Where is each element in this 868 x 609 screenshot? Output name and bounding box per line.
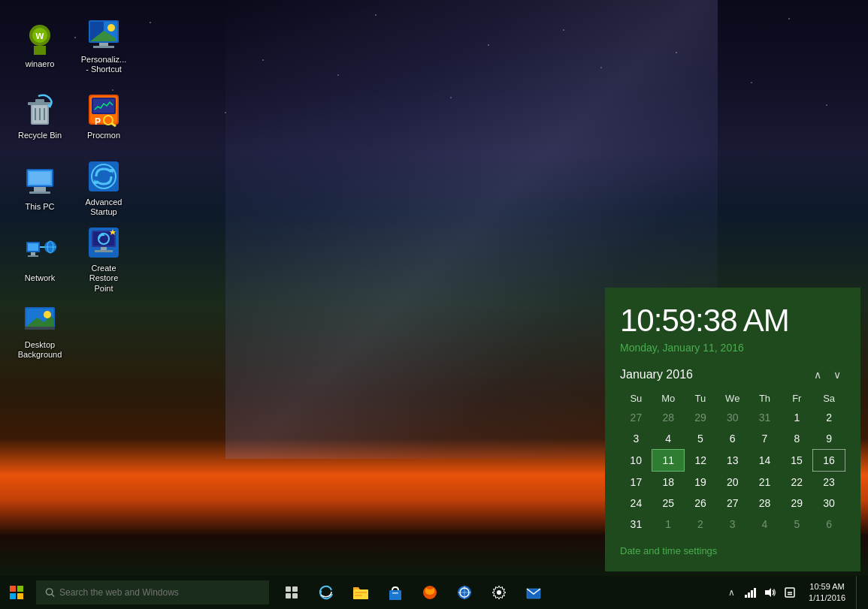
tray-volume[interactable] [762,576,779,609]
cal-day-today[interactable]: 11 [652,450,685,472]
icon-desktop-background[interactable]: Desktop Background [11,297,68,364]
date-time-settings-link[interactable]: Date and time settings [620,545,845,556]
taskbar-mail[interactable] [517,576,550,609]
tray-date: 1/11/2016 [809,592,845,604]
icon-personalization[interactable]: Personaliz... - Shortcut [75,11,132,79]
cal-day[interactable]: 18 [652,472,685,493]
calendar-next-button[interactable]: ∨ [829,367,845,382]
task-view-icon [285,586,298,599]
cal-day[interactable]: 10 [620,450,652,472]
cal-day[interactable]: 31 [749,407,781,428]
cal-day[interactable]: 27 [620,407,652,428]
cal-day[interactable]: 1 [781,407,813,428]
cal-day[interactable]: 17 [620,472,652,493]
cal-day[interactable]: 6 [813,514,845,535]
search-input[interactable] [59,587,260,598]
svg-point-72 [497,590,501,595]
day-header-th: Th [749,390,781,407]
svg-rect-38 [28,255,38,257]
start-button[interactable] [0,576,33,609]
calendar-header: January 2016 ∧ ∨ [620,367,845,382]
svg-rect-78 [754,588,756,598]
cal-day[interactable]: 28 [652,407,685,428]
taskbar-file-explorer[interactable] [344,576,377,609]
calendar-prev-button[interactable]: ∧ [809,367,826,382]
cal-day[interactable]: 2 [813,407,845,428]
taskbar-app1[interactable] [413,576,446,609]
search-bar[interactable] [36,580,269,604]
taskbar-store[interactable] [379,576,412,609]
cal-day[interactable]: 21 [749,472,781,493]
cal-day[interactable]: 29 [685,407,717,428]
system-tray: ∧ [717,576,868,609]
cal-day[interactable]: 7 [749,428,781,450]
cal-day[interactable]: 15 [781,450,813,472]
calendar-nav-buttons: ∧ ∨ [809,367,845,382]
icon-recycle-bin[interactable]: Recycle Bin [11,83,68,150]
windows-logo-icon [10,586,23,599]
cal-day[interactable]: 13 [716,450,749,472]
cal-day[interactable]: 30 [716,407,749,428]
cal-day[interactable]: 19 [685,472,717,493]
cal-day[interactable]: 29 [781,493,813,514]
cal-day[interactable]: 27 [716,493,749,514]
cal-day[interactable]: 12 [685,450,717,472]
cal-day[interactable]: 30 [813,493,845,514]
app1-icon [422,584,438,601]
icon-advanced-startup-label: Advanced Startup [79,197,129,217]
cal-day[interactable]: 5 [781,514,813,535]
icon-create-restore[interactable]: Create Restore Point [75,225,132,293]
cal-day[interactable]: 3 [620,428,652,450]
icon-this-pc[interactable]: This PC [11,154,68,222]
cal-day[interactable]: 6 [716,428,749,450]
taskbar-task-view[interactable] [275,576,308,609]
cal-day[interactable]: 2 [685,514,717,535]
svg-marker-79 [765,588,771,597]
cal-day[interactable]: 28 [749,493,781,514]
tray-action-center[interactable] [782,576,798,609]
action-center-icon [785,587,795,598]
icon-winaero[interactable]: w winaero [11,11,68,79]
cal-day[interactable]: 4 [749,514,781,535]
cal-day[interactable]: 25 [652,493,685,514]
cal-day[interactable]: 16 [813,450,845,472]
cal-day[interactable]: 20 [716,472,749,493]
cal-day[interactable]: 8 [781,428,813,450]
clock-tray[interactable]: 10:59 AM 1/11/2016 [801,576,853,609]
cal-day[interactable]: 22 [781,472,813,493]
tray-network[interactable] [742,576,759,609]
taskbar-settings[interactable] [482,576,516,609]
taskbar-app2[interactable] [448,576,481,609]
cal-day[interactable]: 14 [749,450,781,472]
svg-rect-36 [28,243,38,251]
cal-day[interactable]: 9 [813,428,845,450]
show-desktop-button[interactable] [856,576,862,609]
calendar-week-6: 31 1 2 3 4 5 6 [620,514,845,535]
day-header-sa: Sa [813,390,845,407]
edge-icon [318,584,334,601]
svg-rect-22 [93,99,114,113]
cal-day[interactable]: 26 [685,493,717,514]
svg-line-57 [52,594,54,596]
cal-day[interactable]: 5 [685,428,717,450]
taskbar-edge[interactable] [310,576,343,609]
cal-day[interactable]: 1 [652,514,685,535]
svg-rect-1 [34,46,46,55]
cal-day[interactable]: 3 [716,514,749,535]
icon-advanced-startup[interactable]: Advanced Startup [75,154,132,222]
taskbar: ∧ [0,576,868,609]
icon-personalization-label: Personaliz... - Shortcut [79,55,129,74]
cal-day[interactable]: 4 [652,428,685,450]
icon-procmon[interactable]: P Procmon [75,83,132,150]
icon-desktop-background-label: Desktop Background [15,340,65,360]
svg-rect-55 [25,327,55,330]
icon-network[interactable]: Network [11,225,68,293]
icon-create-restore-label: Create Restore Point [79,264,129,294]
tray-show-hidden[interactable]: ∧ [723,576,739,609]
cal-day[interactable]: 31 [620,514,652,535]
cal-day[interactable]: 23 [813,472,845,493]
network-tray-icon [745,587,757,598]
calendar-week-4: 17 18 19 20 21 22 23 [620,472,845,493]
svg-rect-66 [392,592,398,594]
cal-day[interactable]: 24 [620,493,652,514]
